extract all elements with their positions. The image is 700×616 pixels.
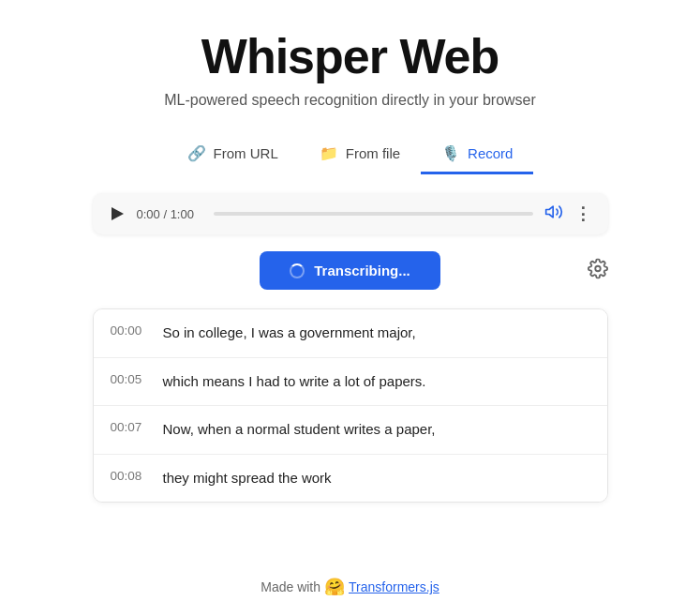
transcript-text-0: So in college, I was a government major, xyxy=(163,323,416,344)
more-options-icon[interactable]: ⋮ xyxy=(574,203,591,224)
transcribe-row: Transcribing... xyxy=(93,251,608,290)
settings-icon xyxy=(588,258,608,278)
transcript-time-1: 00:05 xyxy=(111,371,146,386)
mic-icon: 🎙️ xyxy=(441,144,460,162)
page-wrapper: Whisper Web ML-powered speech recognitio… xyxy=(0,0,700,616)
transcribe-button[interactable]: Transcribing... xyxy=(260,251,440,290)
tabs-container: 🔗 From URL 📁 From file 🎙️ Record xyxy=(167,135,534,174)
tab-from-url[interactable]: 🔗 From URL xyxy=(167,135,299,174)
app-subtitle: ML-powered speech recognition directly i… xyxy=(164,92,536,109)
audio-player: 0:00 / 1:00 ⋮ xyxy=(93,193,608,234)
transcript-time-3: 00:08 xyxy=(111,468,146,483)
table-row: 00:00 So in college, I was a government … xyxy=(94,309,607,358)
tab-record[interactable]: 🎙️ Record xyxy=(421,135,533,174)
loading-spinner xyxy=(290,263,305,278)
transcript-time-0: 00:00 xyxy=(111,323,146,338)
transformers-js-link[interactable]: Transformers.js xyxy=(349,579,439,594)
tab-from-file-label: From file xyxy=(346,145,400,161)
settings-button[interactable] xyxy=(588,258,608,283)
tab-from-file[interactable]: 📁 From file xyxy=(299,135,421,174)
table-row: 00:07 Now, when a normal student writes … xyxy=(94,406,607,455)
volume-icon[interactable] xyxy=(544,203,563,225)
transcript-text-1: which means I had to write a lot of pape… xyxy=(163,371,426,393)
table-row: 00:05 which means I had to write a lot o… xyxy=(94,358,607,407)
transcript-text-3: they might spread the work xyxy=(163,468,332,489)
play-icon xyxy=(112,207,124,220)
progress-bar[interactable] xyxy=(214,212,533,216)
footer-emoji: 🤗 xyxy=(324,577,345,597)
tab-record-label: Record xyxy=(468,145,513,161)
link-icon: 🔗 xyxy=(187,144,206,162)
transcript-time-2: 00:07 xyxy=(111,419,146,434)
transcript-text-2: Now, when a normal student writes a pape… xyxy=(163,419,436,441)
app-title: Whisper Web xyxy=(201,28,499,84)
table-row: 00:08 they might spread the work xyxy=(94,455,607,503)
svg-point-1 xyxy=(595,265,601,271)
play-button[interactable] xyxy=(110,205,126,222)
folder-icon: 📁 xyxy=(320,144,338,162)
footer: Made with 🤗 Transformers.js xyxy=(261,567,439,597)
time-display: 0:00 / 1:00 xyxy=(137,207,202,221)
footer-made-with: Made with xyxy=(261,579,320,594)
transcripts-wrapper: 00:00 So in college, I was a government … xyxy=(93,308,608,503)
tab-from-url-label: From URL xyxy=(214,145,278,161)
svg-marker-0 xyxy=(545,206,553,218)
transcribe-button-label: Transcribing... xyxy=(314,263,410,278)
